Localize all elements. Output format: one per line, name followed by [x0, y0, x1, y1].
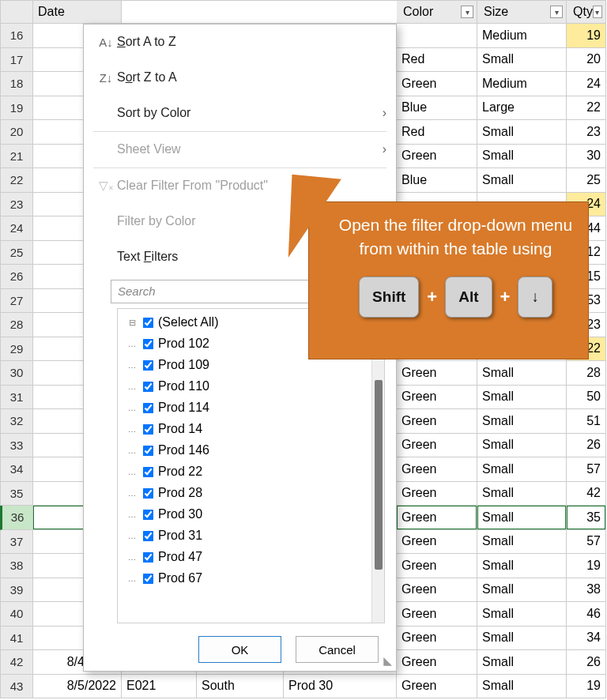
filter-checkbox[interactable] [143, 381, 154, 392]
filter-checkbox[interactable] [143, 466, 154, 477]
cell-color[interactable]: Green [397, 482, 477, 506]
cell-size[interactable]: Small [477, 675, 567, 699]
row-header[interactable]: 21 [0, 145, 33, 169]
cell-size[interactable]: Small [477, 457, 567, 482]
row-header[interactable]: 34 [0, 457, 33, 482]
cell-qty[interactable]: 50 [567, 386, 606, 410]
row-header[interactable]: 38 [0, 554, 33, 578]
filter-value-item[interactable]: …Prod 47 [124, 547, 378, 568]
filter-value-item[interactable]: …Prod 67 [124, 568, 378, 589]
cell-color[interactable]: Green [397, 627, 477, 651]
cell-color[interactable]: Green [397, 530, 477, 555]
filter-checkbox[interactable] [143, 402, 154, 413]
cell-qty[interactable]: 57 [567, 457, 606, 482]
filter-value-item[interactable]: …Prod 146 [124, 440, 378, 461]
row-header[interactable]: 18 [0, 72, 33, 96]
header-color[interactable]: Color▾ [397, 0, 477, 24]
row-header[interactable]: 43 [0, 675, 33, 699]
cell-qty[interactable]: 42 [567, 482, 606, 506]
row-header[interactable]: 26 [0, 265, 33, 289]
cell-color[interactable]: Green [397, 386, 477, 410]
row-header[interactable]: 17 [0, 48, 33, 73]
cell-qty[interactable]: 19 [567, 24, 606, 48]
cell-color[interactable]: Green [397, 578, 477, 603]
cell-qty[interactable]: 34 [567, 627, 606, 651]
resize-handle-icon[interactable]: ◢ [383, 657, 395, 666]
row-header[interactable]: 42 [0, 650, 33, 675]
cell-size[interactable]: Small [477, 554, 567, 578]
cell-color[interactable]: Blue [397, 168, 477, 193]
cell-qty[interactable]: 46 [567, 602, 606, 627]
cell-qty[interactable]: 28 [567, 361, 606, 386]
cell-qty[interactable]: 38 [567, 578, 606, 603]
cell-size[interactable]: Small [477, 627, 567, 651]
row-header[interactable]: 41 [0, 627, 33, 651]
cell-qty[interactable]: 35 [567, 506, 606, 530]
cell[interactable]: E021 [122, 675, 197, 699]
filter-checkbox[interactable] [143, 423, 154, 435]
cell[interactable]: Prod 30 [284, 675, 397, 699]
filter-checkbox[interactable] [143, 317, 154, 328]
row-header[interactable]: 28 [0, 313, 33, 337]
cell-size[interactable]: Small [477, 650, 567, 675]
cell-qty[interactable]: 26 [567, 650, 606, 675]
filter-value-item[interactable]: …Prod 110 [124, 376, 378, 397]
row-header[interactable]: 40 [0, 602, 33, 627]
table-row[interactable]: 438/5/2022E021SouthProd 30GreenSmall19 [0, 675, 607, 699]
cell-color[interactable]: Green [397, 602, 477, 627]
cell-color[interactable]: Green [397, 145, 477, 169]
cell-qty[interactable]: 23 [567, 120, 606, 145]
cell-size[interactable]: Large [477, 96, 567, 121]
filter-value-item[interactable]: …Prod 22 [124, 461, 378, 483]
dropdown-icon[interactable]: ▾ [593, 6, 602, 18]
sort-desc[interactable]: Z↓ Sort Z to A [84, 60, 396, 96]
cell-color[interactable] [397, 24, 477, 48]
filter-value-item[interactable]: …Prod 31 [124, 525, 378, 547]
cell-qty[interactable]: 24 [567, 72, 606, 96]
cell-size[interactable]: Small [477, 168, 567, 193]
cell-color[interactable]: Red [397, 48, 477, 73]
dropdown-icon[interactable]: ▾ [461, 6, 473, 18]
row-header[interactable]: 20 [0, 120, 33, 145]
cell-size[interactable]: Small [477, 48, 567, 73]
sort-asc[interactable]: A↓ Sort A to Z [84, 24, 396, 60]
cell-color[interactable]: Green [397, 554, 477, 578]
cell-color[interactable]: Green [397, 506, 477, 530]
cell-color[interactable]: Green [397, 434, 477, 458]
cell-qty[interactable]: 19 [567, 675, 606, 699]
row-header[interactable]: 36 [0, 506, 33, 530]
ok-button[interactable]: OK [198, 636, 281, 663]
cell-qty[interactable]: 20 [567, 48, 606, 73]
cell-color[interactable]: Green [397, 457, 477, 482]
row-header[interactable]: 31 [0, 386, 33, 410]
cell-qty[interactable]: 26 [567, 434, 606, 458]
dropdown-icon[interactable]: ▾ [550, 6, 563, 18]
header-size[interactable]: Size▾ [477, 0, 567, 24]
row-header[interactable]: 29 [0, 337, 33, 362]
row-header[interactable]: 39 [0, 578, 33, 603]
cell-qty[interactable]: 19 [567, 554, 606, 578]
cell[interactable]: South [197, 675, 284, 699]
cell-size[interactable]: Small [477, 386, 567, 410]
filter-checkbox[interactable] [143, 573, 154, 584]
filter-value-item[interactable]: …Prod 114 [124, 397, 378, 419]
row-header[interactable]: 33 [0, 434, 33, 458]
cell-size[interactable]: Medium [477, 72, 567, 96]
row-header[interactable]: 30 [0, 361, 33, 386]
cell-size[interactable]: Small [477, 409, 567, 434]
cell-qty[interactable]: 51 [567, 409, 606, 434]
cell-size[interactable]: Small [477, 482, 567, 506]
cell-qty[interactable]: 25 [567, 168, 606, 193]
row-header[interactable]: 24 [0, 216, 33, 241]
filter-checkbox[interactable] [143, 509, 154, 520]
cell-qty[interactable]: 57 [567, 530, 606, 555]
row-header[interactable]: 23 [0, 193, 33, 217]
row-header[interactable]: 32 [0, 409, 33, 434]
cell-size[interactable]: Small [477, 361, 567, 386]
cell-color[interactable]: Blue [397, 96, 477, 121]
cell-size[interactable]: Small [477, 506, 567, 530]
cell-size[interactable]: Small [477, 530, 567, 555]
cell-color[interactable]: Green [397, 675, 477, 699]
cell-size[interactable]: Small [477, 120, 567, 145]
cell-size[interactable]: Small [477, 434, 567, 458]
